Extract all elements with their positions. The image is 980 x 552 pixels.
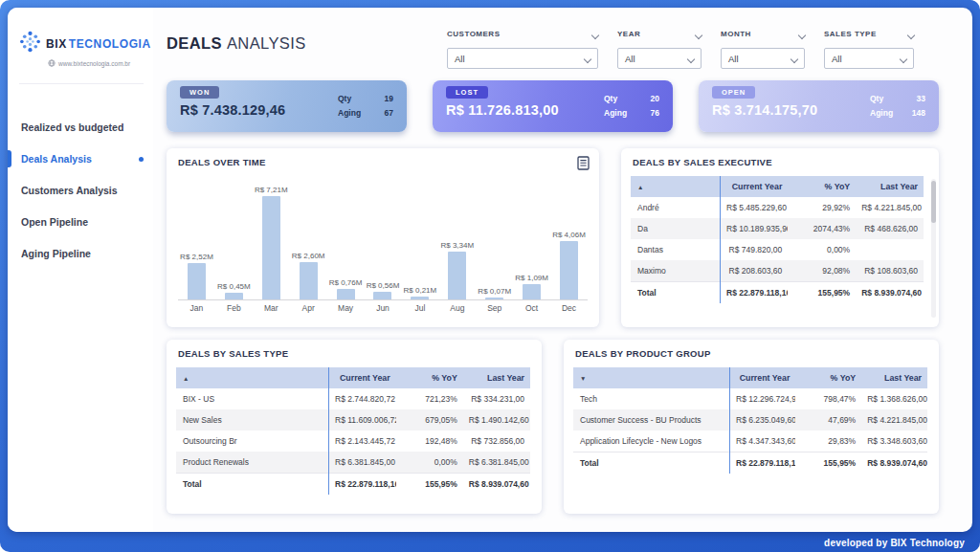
table-row[interactable]: AndréR$ 5.485.229,6029,92%R$ 4.221.845,0… bbox=[631, 197, 924, 218]
total-value: R$ 8.939.074,60 bbox=[861, 453, 927, 475]
bar[interactable] bbox=[523, 284, 541, 299]
column-sort-header[interactable]: ▲ bbox=[176, 367, 329, 388]
column-header-last-year[interactable]: Last Year bbox=[856, 176, 924, 197]
filter-dropdown-sales-type[interactable]: All bbox=[824, 48, 914, 69]
deals-by-product-group-panel: DEALS BY PRODUCT GROUP▼Current Year% YoY… bbox=[564, 340, 939, 514]
brand-website: www.bixtecnologia.com.br bbox=[48, 59, 144, 68]
sidebar-item-open-pipeline[interactable]: Open Pipeline bbox=[8, 208, 153, 236]
chart-column: R$ 7,21M bbox=[253, 186, 290, 299]
bar[interactable] bbox=[300, 262, 318, 299]
table-row[interactable]: DantasR$ 749.820,000,00% bbox=[631, 239, 924, 260]
globe-icon bbox=[48, 59, 56, 68]
table-row[interactable]: TechR$ 12.296.724,96798,47%R$ 1.368.626,… bbox=[573, 388, 927, 409]
column-header-yoy[interactable]: % YoY bbox=[788, 176, 856, 197]
filter-dropdown-month[interactable]: All bbox=[721, 48, 805, 69]
kpi-stats: Qty33Aging148 bbox=[870, 86, 925, 125]
filter-dropdown-year[interactable]: All bbox=[617, 48, 702, 69]
table-scrollbar[interactable] bbox=[931, 179, 936, 318]
total-value: R$ 8.939.074,60 bbox=[463, 474, 530, 496]
table-row[interactable]: Application Lifecycle - New LogosR$ 4.34… bbox=[573, 431, 927, 453]
sidebar-item-label: Aging Pipeline bbox=[21, 248, 91, 259]
column-sort-header[interactable]: ▲ bbox=[631, 176, 721, 197]
row-label: Product Renewals bbox=[176, 452, 329, 474]
active-indicator-bar bbox=[8, 150, 11, 167]
bar[interactable] bbox=[188, 263, 206, 299]
kpi-card-won: WONR$ 7.438.129,46Qty19Aging67 bbox=[167, 80, 407, 132]
sidebar-item-aging-pipeline[interactable]: Aging Pipeline bbox=[8, 239, 153, 268]
export-data-icon[interactable] bbox=[577, 156, 590, 170]
chevron-down-icon bbox=[688, 54, 694, 64]
total-label: Total bbox=[631, 282, 721, 304]
bar[interactable] bbox=[448, 252, 466, 299]
table-row[interactable]: New SalesR$ 11.609.006,72679,05%R$ 1.490… bbox=[176, 409, 530, 431]
column-header-yoy[interactable]: % YoY bbox=[396, 367, 463, 388]
chevron-down-icon[interactable] bbox=[696, 25, 702, 42]
bar[interactable] bbox=[560, 241, 578, 299]
table-row[interactable]: Outsourcing BrR$ 2.143.445,72192,48%R$ 7… bbox=[176, 431, 530, 452]
sidebar-item-realized-vs-budgeted[interactable]: Realized vs budgeted bbox=[8, 113, 153, 142]
report-card: BIXTECNOLOGIA www.bixtecnologia.com.br R… bbox=[8, 8, 972, 532]
table-row[interactable]: DaR$ 10.189.935,962074,43%R$ 468.626,00 bbox=[631, 218, 924, 239]
kpi-aging-value: 148 bbox=[912, 108, 925, 118]
chart-column: R$ 0,45M bbox=[215, 282, 253, 299]
data-table: ▲Current Year% YoYLast YearBIX - USR$ 2.… bbox=[176, 367, 530, 495]
kpi-label-chip: OPEN bbox=[712, 86, 755, 99]
column-header-current-year[interactable]: Current Year bbox=[721, 176, 789, 197]
scrollbar-thumb[interactable] bbox=[931, 181, 936, 223]
row-label: Da bbox=[631, 218, 721, 239]
total-value: R$ 22.879.118,16 bbox=[721, 282, 789, 304]
total-value: 155,95% bbox=[788, 282, 856, 304]
row-label: Tech bbox=[573, 388, 730, 409]
sidebar-nav: Realized vs budgetedDeals AnalysisCustom… bbox=[8, 113, 153, 268]
bar[interactable] bbox=[337, 289, 355, 299]
chevron-down-icon bbox=[791, 54, 797, 64]
filter-month: MONTHAll bbox=[721, 25, 805, 69]
kpi-card-lost: LOSTR$ 11.726.813,00Qty20Aging76 bbox=[433, 80, 673, 132]
x-axis-label: Feb bbox=[215, 303, 253, 313]
kpi-qty-label: Qty bbox=[870, 94, 883, 103]
table-row[interactable]: MaximoR$ 208.603,6092,08%R$ 108.603,60 bbox=[631, 260, 924, 282]
chevron-down-icon[interactable] bbox=[592, 25, 598, 42]
column-header-last-year[interactable]: Last Year bbox=[463, 367, 530, 388]
bar-value-label: R$ 0,07M bbox=[478, 287, 511, 296]
x-axis-label: Mar bbox=[253, 303, 290, 313]
filter-dropdown-customers[interactable]: All bbox=[447, 48, 598, 69]
x-axis-label: May bbox=[327, 303, 365, 313]
column-sort-header[interactable]: ▼ bbox=[573, 367, 730, 388]
table-row[interactable]: BIX - USR$ 2.744.820,72721,23%R$ 334.231… bbox=[176, 388, 530, 409]
kpi-qty: Qty20 bbox=[604, 94, 659, 103]
chevron-down-icon[interactable] bbox=[908, 25, 914, 42]
filter-value: All bbox=[625, 54, 635, 64]
bar[interactable] bbox=[262, 196, 280, 299]
x-axis-label: Apr bbox=[290, 303, 327, 313]
sidebar-item-customers-analysis[interactable]: Customers Analysis bbox=[8, 176, 153, 205]
bar[interactable] bbox=[225, 293, 243, 299]
cell-value bbox=[856, 239, 924, 260]
kpi-left: WONR$ 7.438.129,46 bbox=[180, 86, 285, 125]
column-header-last-year[interactable]: Last Year bbox=[861, 367, 927, 388]
cell-value: 29,83% bbox=[795, 431, 861, 453]
table-row[interactable]: Customer Success - BU ProductsR$ 6.235.0… bbox=[573, 409, 927, 431]
bar[interactable] bbox=[411, 297, 429, 299]
bar-value-label: R$ 1,09M bbox=[515, 274, 548, 282]
cell-value: 721,23% bbox=[396, 388, 463, 409]
column-header-current-year[interactable]: Current Year bbox=[730, 367, 796, 388]
column-header-current-year[interactable]: Current Year bbox=[329, 367, 396, 388]
x-axis-label: Jun bbox=[365, 303, 402, 313]
chevron-down-icon[interactable] bbox=[799, 25, 805, 42]
deals-over-time-panel: DEALS OVER TIME R$ 2,52MR$ 0,45MR$ 7,21M… bbox=[167, 148, 599, 327]
sort-asc-icon: ▲ bbox=[637, 184, 643, 190]
deals-over-time-chart: R$ 2,52MR$ 0,45MR$ 7,21MR$ 2,60MR$ 0,76M… bbox=[167, 171, 599, 313]
bar[interactable] bbox=[485, 298, 503, 299]
column-header-yoy[interactable]: % YoY bbox=[795, 367, 861, 388]
bar-value-label: R$ 0,21M bbox=[404, 286, 437, 295]
cell-value: R$ 2.143.445,72 bbox=[329, 431, 396, 452]
chart-column: R$ 0,56M bbox=[365, 281, 402, 299]
sidebar-item-deals-analysis[interactable]: Deals Analysis bbox=[8, 144, 153, 173]
bar[interactable] bbox=[373, 292, 391, 299]
cell-value: R$ 4.347.343,60 bbox=[730, 431, 796, 453]
table-row[interactable]: Product RenewalsR$ 6.381.845,000,00%R$ 6… bbox=[176, 452, 530, 474]
chart-column: R$ 0,21M bbox=[401, 286, 438, 299]
row-label: BIX - US bbox=[176, 388, 329, 409]
sidebar-item-label: Deals Analysis bbox=[21, 153, 92, 165]
